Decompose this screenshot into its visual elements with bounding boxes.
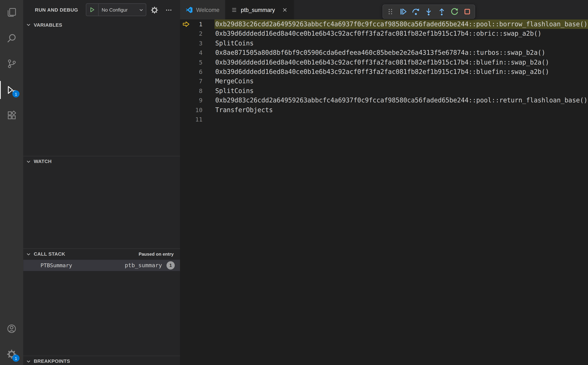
continue-button[interactable]: [397, 6, 409, 17]
vscode-window: 1: [0, 0, 588, 365]
grip-icon: [387, 8, 394, 15]
settings-count-badge: 1: [12, 355, 20, 362]
views-more-actions-button[interactable]: [164, 6, 173, 14]
line-number[interactable]: 5: [180, 57, 202, 67]
section-header-call-stack[interactable]: CALL STACK Paused on entry: [23, 248, 180, 259]
debug-continue-icon: [399, 7, 407, 16]
session-name: ptb_summary: [125, 262, 162, 269]
section-label: BREAKPOINTS: [34, 358, 70, 364]
session-count-badge: 1: [167, 261, 175, 270]
extensions-icon: [7, 110, 17, 120]
tab-ptb-summary[interactable]: ptb_summary: [225, 0, 294, 20]
ellipsis-icon: [165, 7, 172, 14]
line-number[interactable]: 4: [180, 48, 202, 57]
code-text[interactable]: 0xb29d83c26cdd2a64959263abbcfc4a6937f0c9…: [215, 20, 588, 29]
editor-group: Welcome ptb_summary: [180, 0, 588, 365]
code-text[interactable]: SplitCoins: [215, 86, 588, 96]
code-text[interactable]: 0x8ae871505a80d8bf6bf9c05906cda6edfeea46…: [215, 48, 588, 57]
start-debug-button[interactable]: [86, 4, 99, 16]
code-line[interactable]: 1 0xb29d83c26cdd2a64959263abbcfc4a6937f0…: [180, 20, 588, 29]
debug-stop-icon: [463, 7, 471, 16]
debug-step-over-icon: [412, 7, 420, 16]
debug-toolbar: [383, 4, 475, 19]
step-into-button[interactable]: [423, 6, 435, 17]
line-number[interactable]: 9: [180, 96, 202, 105]
line-number[interactable]: 1: [180, 20, 202, 29]
code-line[interactable]: 8 SplitCoins: [180, 86, 588, 96]
run-and-debug-sidebar: RUN AND DEBUG No Configur: [23, 0, 180, 365]
call-stack-row[interactable]: PTBSummary ptb_summary 1: [23, 260, 180, 271]
debug-status-text: Paused on entry: [139, 251, 174, 257]
chevron-down-icon: [26, 22, 31, 27]
files-icon: [7, 7, 17, 17]
code-line[interactable]: 4 0x8ae871505a80d8bf6bf9c05906cda6edfeea…: [180, 48, 588, 57]
vscode-logo-icon: [186, 6, 193, 14]
tab-label: ptb_summary: [241, 7, 275, 13]
tab-label: Welcome: [196, 7, 220, 13]
thread-name: PTBSummary: [41, 262, 72, 268]
restart-button[interactable]: [449, 6, 460, 17]
play-icon: [89, 7, 95, 13]
gear-icon: [151, 7, 158, 14]
tab-welcome[interactable]: Welcome: [180, 0, 225, 20]
close-icon[interactable]: [281, 6, 289, 14]
source-control-icon: [7, 59, 17, 69]
debug-config-dropdown[interactable]: No Configur: [86, 3, 146, 16]
code-text[interactable]: MergeCoins: [215, 77, 588, 86]
line-number[interactable]: 3: [180, 39, 202, 48]
activity-item-explorer[interactable]: [0, 3, 23, 21]
activity-item-run-and-debug[interactable]: 1: [0, 81, 23, 99]
toolbar-drag-handle[interactable]: [385, 6, 396, 17]
section-label: WATCH: [34, 159, 52, 164]
section-header-watch[interactable]: WATCH: [23, 156, 180, 166]
chevron-down-icon: [26, 251, 31, 257]
code-line[interactable]: 6 0xb39d6dddedd16ed8a40ce0b1e6b43c92acf0…: [180, 67, 588, 77]
line-number[interactable]: 8: [180, 86, 202, 96]
code-line[interactable]: 11: [180, 115, 588, 124]
file-lines-icon: [231, 7, 238, 13]
code-line[interactable]: 10 TransferObjects: [180, 105, 588, 115]
account-icon: [7, 324, 17, 334]
code-text[interactable]: 0xb39d6dddedd16ed8a40ce0b1e6b43c92acf0ff…: [215, 57, 588, 67]
code-line[interactable]: 7 MergeCoins: [180, 77, 588, 86]
step-out-button[interactable]: [436, 6, 447, 17]
line-number[interactable]: 7: [180, 77, 202, 86]
section-header-breakpoints[interactable]: BREAKPOINTS: [23, 356, 180, 365]
section-label: VARIABLES: [34, 22, 62, 28]
search-icon: [7, 34, 17, 43]
line-number[interactable]: 6: [180, 67, 202, 77]
section-header-variables[interactable]: VARIABLES: [23, 20, 180, 30]
section-label: CALL STACK: [34, 251, 65, 257]
code-text[interactable]: 0xb39d6dddedd16ed8a40ce0b1e6b43c92acf0ff…: [215, 29, 588, 39]
code-text[interactable]: 0xb39d6dddedd16ed8a40ce0b1e6b43c92acf0ff…: [215, 67, 588, 77]
code-text[interactable]: [215, 115, 588, 124]
code-line[interactable]: 3 SplitCoins: [180, 39, 588, 48]
code-line[interactable]: 9 0xb29d83c26cdd2a64959263abbcfc4a6937f0…: [180, 96, 588, 105]
code-line[interactable]: 5 0xb39d6dddedd16ed8a40ce0b1e6b43c92acf0…: [180, 57, 588, 67]
debug-step-into-icon: [425, 7, 433, 16]
stop-button[interactable]: [461, 6, 473, 17]
code-text[interactable]: 0xb29d83c26cdd2a64959263abbcfc4a6937f0c9…: [215, 96, 588, 105]
code-editor: 1 0xb29d83c26cdd2a64959263abbcfc4a6937f0…: [180, 20, 588, 365]
line-number[interactable]: 2: [180, 29, 202, 39]
line-number[interactable]: 10: [180, 105, 202, 115]
debug-step-out-icon: [437, 7, 446, 16]
debug-restart-icon: [450, 7, 459, 16]
code-line[interactable]: 2 0xb39d6dddedd16ed8a40ce0b1e6b43c92acf0…: [180, 29, 588, 39]
line-number[interactable]: 11: [180, 115, 202, 124]
code-text[interactable]: TransferObjects: [215, 105, 588, 115]
debug-count-badge: 1: [12, 91, 20, 98]
activity-item-search[interactable]: [0, 29, 23, 47]
activity-bar: 1: [0, 0, 23, 365]
open-launch-json-button[interactable]: [150, 6, 159, 14]
sidebar-header: RUN AND DEBUG No Configur: [23, 0, 180, 20]
chevron-down-icon: [26, 159, 31, 164]
activity-item-extensions[interactable]: [0, 106, 23, 124]
activity-item-settings[interactable]: 1: [0, 345, 23, 363]
sidebar-title: RUN AND DEBUG: [35, 0, 78, 20]
chevron-down-icon: [139, 7, 144, 12]
code-text[interactable]: SplitCoins: [215, 39, 588, 48]
step-over-button[interactable]: [410, 6, 422, 17]
activity-item-source-control[interactable]: [0, 55, 23, 73]
activity-item-accounts[interactable]: [0, 320, 23, 338]
